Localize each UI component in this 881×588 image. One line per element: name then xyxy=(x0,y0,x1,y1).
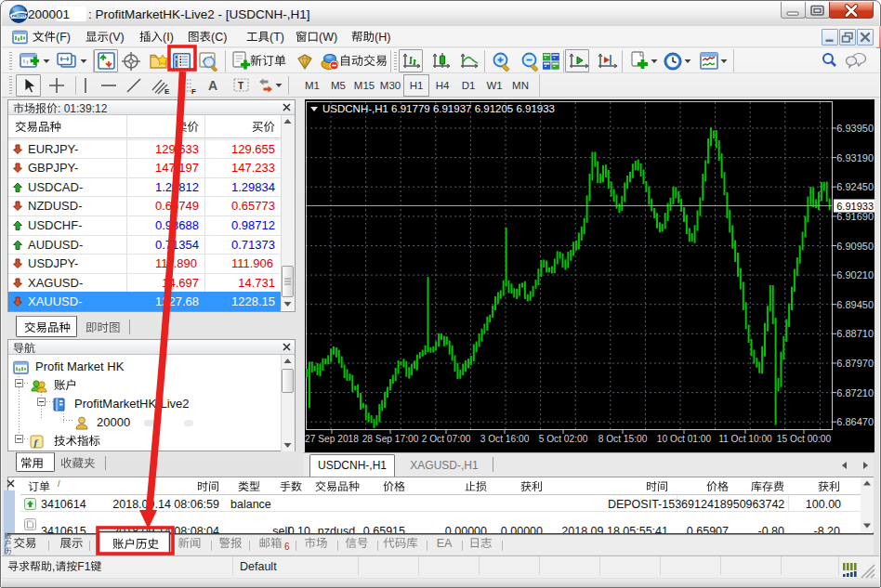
svg-text:0.71373: 0.71373 xyxy=(231,238,275,252)
svg-text:Profit Market HK: Profit Market HK xyxy=(35,359,125,373)
svg-text:/: / xyxy=(58,479,60,489)
svg-text:14.731: 14.731 xyxy=(238,276,275,290)
svg-text:147.233: 147.233 xyxy=(231,161,275,175)
svg-text:100.00: 100.00 xyxy=(806,498,841,511)
svg-text:ProfitMarketHK-Live2: ProfitMarketHK-Live2 xyxy=(74,397,190,411)
svg-text:XAGUSD-: XAGUSD- xyxy=(28,276,83,290)
svg-text:DEPOSIT-1536912418950963742: DEPOSIT-1536912418950963742 xyxy=(608,498,784,511)
svg-text:balance: balance xyxy=(230,498,271,511)
svg-text:USDCAD-: USDCAD- xyxy=(28,180,83,194)
svg-text:USDJPY-: USDJPY- xyxy=(28,256,78,270)
svg-text:,: , xyxy=(52,560,55,573)
svg-text:111.890: 111.890 xyxy=(155,256,197,270)
svg-text:USDCHF-: USDCHF- xyxy=(28,218,83,232)
svg-text:111.906: 111.906 xyxy=(231,256,273,270)
svg-text:3410614: 3410614 xyxy=(41,498,86,511)
svg-text:129.655: 129.655 xyxy=(231,142,275,156)
svg-text:1228.15: 1228.15 xyxy=(231,294,275,308)
svg-text:0.65773: 0.65773 xyxy=(231,199,275,213)
svg-text:200001: 200001 xyxy=(28,7,70,21)
svg-text:1.29834: 1.29834 xyxy=(231,180,275,194)
svg-text:Default: Default xyxy=(240,560,277,573)
svg-text:0.98688: 0.98688 xyxy=(155,218,199,232)
svg-text:6: 6 xyxy=(284,542,290,552)
svg-text:EA: EA xyxy=(437,537,453,550)
svg-text:(T): (T) xyxy=(270,31,284,44)
svg-text:(F): (F) xyxy=(56,31,71,44)
svg-text:F1: F1 xyxy=(77,560,90,573)
svg-text:2018.09.14 08:06:59: 2018.09.14 08:06:59 xyxy=(112,498,219,511)
svg-text:(W): (W) xyxy=(319,31,337,44)
svg-text:: ProfitMarketHK-Live2 - [USDC: : ProfitMarketHK-Live2 - [USDCNH-,H1] xyxy=(88,7,310,21)
svg-text:0.71354: 0.71354 xyxy=(155,238,199,252)
svg-text:AUDUSD-: AUDUSD- xyxy=(28,238,83,252)
svg-text:GBPJPY-: GBPJPY- xyxy=(28,161,78,175)
svg-text:XAUUSD-: XAUUSD- xyxy=(28,294,83,308)
svg-text:(V): (V) xyxy=(109,31,125,44)
svg-text:: 01:39:12: : 01:39:12 xyxy=(58,102,108,115)
svg-text:0.98712: 0.98712 xyxy=(231,218,275,232)
svg-text:EURJPY-: EURJPY- xyxy=(28,142,78,156)
svg-text:20000: 20000 xyxy=(97,415,130,429)
svg-text:(H): (H) xyxy=(375,31,390,44)
svg-text:1227.68: 1227.68 xyxy=(155,294,199,308)
svg-text:(I): (I) xyxy=(163,31,174,44)
svg-text:(C): (C) xyxy=(211,31,227,44)
svg-text:NZDUSD-: NZDUSD- xyxy=(28,199,83,213)
